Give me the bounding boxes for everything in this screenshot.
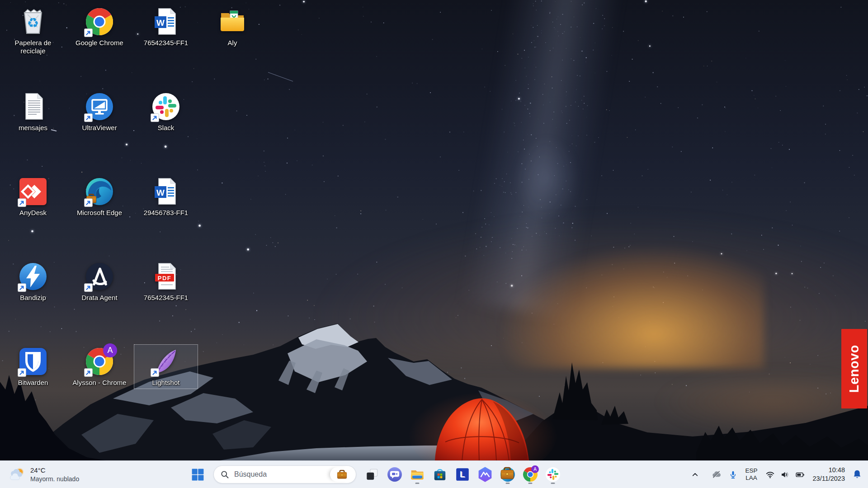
- weather-temperature: 24°C: [30, 466, 79, 475]
- desktop-icon-label: UltraViewer: [82, 124, 117, 132]
- text-doc-icon: [19, 92, 47, 121]
- desktop-icon-google-chrome[interactable]: Google Chrome: [67, 5, 132, 49]
- onedrive-tray-button[interactable]: [708, 465, 725, 484]
- running-indicator: [506, 483, 510, 484]
- word-doc-icon: [151, 7, 180, 36]
- word-doc-icon: [151, 177, 180, 206]
- desktop-icon-lightshot[interactable]: Lightshot: [134, 344, 198, 389]
- folder-excel-icon: [218, 7, 247, 36]
- taskbar-app-chrome-profile[interactable]: A: [520, 464, 541, 485]
- notifications-button[interactable]: [849, 465, 867, 484]
- explorer-icon: [410, 467, 425, 482]
- taskbar-app-edge-work[interactable]: [497, 464, 518, 485]
- desktop-icon-label: 76542345-FF1: [144, 39, 188, 47]
- language-line2: LAA: [745, 474, 757, 482]
- desktop-icon-label: Google Chrome: [75, 39, 123, 47]
- shortcut-arrow-icon: [151, 368, 159, 377]
- desktop-icon-label: Alysson - Chrome: [72, 379, 126, 387]
- desktop-icon-label: mensajes: [19, 124, 47, 132]
- volume-icon: [780, 470, 790, 479]
- briefcase-icon: [336, 469, 348, 480]
- running-indicator: [415, 483, 420, 484]
- desktop-icon-label: Drata Agent: [81, 294, 117, 302]
- taskbar-app-file-explorer[interactable]: [407, 464, 428, 485]
- desktop-icon-anydesk[interactable]: AnyDesk: [1, 174, 65, 219]
- taskbar-app-microsoft-store[interactable]: [429, 464, 450, 485]
- task-view-icon: [364, 467, 380, 482]
- battery-button[interactable]: [793, 465, 807, 484]
- clock-time: 10:48: [829, 466, 845, 474]
- taskbar-app-lenovo-vantage[interactable]: [452, 464, 473, 485]
- weather-condition: Mayorm. nublado: [30, 475, 79, 483]
- microphone-tray-button[interactable]: [725, 465, 741, 484]
- taskbar-center: Búsqueda A: [187, 461, 563, 488]
- microphone-icon: [728, 470, 738, 479]
- shortcut-arrow-icon: [84, 198, 93, 207]
- desktop-icon-recycle-bin[interactable]: Papelera de reciclaje: [1, 5, 65, 58]
- desktop-icon-label: 29456783-FF1: [144, 209, 188, 217]
- desktop-icon-mensajes[interactable]: mensajes: [1, 89, 65, 134]
- language-line1: ESP: [745, 467, 757, 474]
- onedrive-off-icon: [712, 470, 721, 479]
- desktop-icon-label: 76542345-FF1: [144, 294, 188, 302]
- taskbar-app-slack[interactable]: [542, 464, 563, 485]
- shortcut-arrow-icon: [18, 198, 26, 207]
- battery-icon: [795, 470, 805, 479]
- desktop-icon-doc-76542345-ff1[interactable]: 76542345-FF1: [134, 5, 198, 49]
- weather-widget[interactable]: 24°C Mayorm. nublado: [4, 461, 85, 488]
- taskbar-apps: A: [362, 464, 563, 485]
- desktop-icon-label: Bitwarden: [18, 379, 48, 387]
- search-highlight[interactable]: [330, 467, 354, 482]
- desktop-icon-ultraviewer[interactable]: UltraViewer: [67, 89, 132, 134]
- taskbar-app-task-view[interactable]: [362, 464, 382, 485]
- notification-bell-icon: [852, 469, 863, 480]
- hidden-icons-button[interactable]: [687, 465, 703, 484]
- desktop-icon-pdf-76542345-ff1[interactable]: 76542345-FF1: [134, 259, 198, 304]
- profile-avatar-badge: A: [103, 343, 117, 357]
- running-indicator: [528, 483, 533, 484]
- wifi-icon: [765, 470, 775, 479]
- running-indicator: [551, 483, 555, 484]
- search-box[interactable]: Búsqueda: [213, 465, 356, 483]
- chevron-up-icon: [690, 470, 700, 479]
- briefcase-badge-icon: [500, 466, 515, 481]
- sun-behind-clouds-icon: [9, 468, 26, 482]
- desktop-icon-microsoft-edge[interactable]: Microsoft Edge: [67, 174, 132, 219]
- desktop-icon-label: Bandizip: [20, 294, 46, 302]
- shortcut-arrow-icon: [84, 113, 93, 122]
- desktop-icon-slack[interactable]: Slack: [134, 89, 198, 134]
- clock-date: 23/11/2023: [813, 474, 845, 483]
- desktop-icon-aly-folder[interactable]: Aly: [200, 5, 264, 49]
- desktop-icon-doc-29456783-ff1[interactable]: 29456783-FF1: [134, 174, 198, 219]
- desktop-icon-drata-agent[interactable]: Drata Agent: [67, 259, 132, 304]
- shortcut-arrow-icon: [84, 28, 93, 37]
- windows-logo-icon: [191, 468, 205, 482]
- volume-button[interactable]: [778, 465, 793, 484]
- search-icon: [220, 470, 230, 479]
- desktop-icon-label: Papelera de reciclaje: [5, 39, 61, 56]
- pdf-doc-icon: [151, 262, 180, 291]
- taskbar-app-chat[interactable]: [384, 464, 405, 485]
- desktop-icon-bandizip[interactable]: Bandizip: [1, 259, 65, 304]
- profile-avatar-badge: A: [531, 465, 539, 473]
- clock[interactable]: 10:48 23/11/2023: [809, 466, 849, 483]
- hex-a-icon: [477, 467, 493, 482]
- system-tray: ESP LAA 10:48 23/11/2023: [687, 461, 867, 488]
- quick-settings[interactable]: [761, 465, 809, 484]
- wifi-button[interactable]: [763, 465, 778, 484]
- desktop-icon-label: Aly: [228, 39, 237, 47]
- taskbar-app-hexagon-a-app[interactable]: [475, 464, 495, 485]
- shortcut-arrow-icon: [18, 368, 26, 377]
- desktop-icon-alysson-chrome[interactable]: A Alysson - Chrome: [67, 344, 132, 389]
- shortcut-arrow-icon: [84, 283, 93, 292]
- desktop-icon-bitwarden[interactable]: Bitwarden: [1, 344, 65, 389]
- chat-icon: [387, 467, 402, 482]
- shortcut-arrow-icon: [151, 113, 159, 122]
- shortcut-arrow-icon: [84, 368, 93, 377]
- start-button[interactable]: [187, 464, 208, 485]
- slack-icon: [545, 467, 561, 482]
- language-indicator[interactable]: ESP LAA: [741, 465, 761, 484]
- lenovo-l-icon: [455, 467, 470, 482]
- store-icon: [432, 467, 448, 482]
- taskbar: 24°C Mayorm. nublado Búsqueda A ESP LAA: [0, 460, 868, 488]
